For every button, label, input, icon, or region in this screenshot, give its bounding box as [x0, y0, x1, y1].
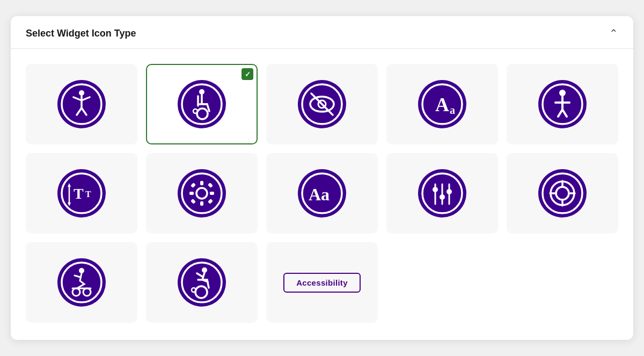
accessibility-person-icon	[57, 80, 106, 128]
lifebuoy-icon	[538, 169, 587, 217]
svg-text:T: T	[74, 185, 84, 202]
svg-text:A: A	[435, 94, 449, 115]
svg-point-53	[433, 187, 438, 192]
svg-point-37	[182, 173, 222, 213]
panel-title: Select Widget Icon Type	[26, 28, 136, 39]
svg-point-57	[447, 189, 452, 194]
eye-blocked-icon	[298, 80, 346, 128]
icon-card-wheelchair-motion[interactable]	[146, 242, 258, 323]
icon-card-font-size[interactable]: A a	[386, 64, 498, 144]
sliders-icon	[418, 169, 466, 217]
icon-card-lifebuoy[interactable]	[507, 153, 618, 234]
font-size-icon: A a	[418, 80, 466, 128]
text-resize-icon: T T	[57, 169, 106, 217]
svg-rect-42	[210, 192, 214, 195]
svg-rect-41	[189, 192, 194, 195]
collapse-chevron-icon[interactable]: ⌃	[609, 27, 618, 40]
icon-card-accessible-machine[interactable]	[26, 242, 137, 323]
panel-header: Select Widget Icon Type ⌃	[11, 16, 633, 49]
icon-card-font-aa[interactable]: Aa	[266, 153, 378, 234]
icon-card-person-standing[interactable]	[507, 64, 618, 144]
widget-icon-panel: Select Widget Icon Type ⌃	[11, 16, 633, 340]
svg-point-55	[440, 194, 445, 200]
svg-text:Aa: Aa	[309, 185, 330, 204]
icon-card-accessibility-text[interactable]: Accessibility	[266, 242, 378, 323]
accessibility-text-button[interactable]: Accessibility	[283, 273, 361, 293]
font-aa-icon: Aa	[298, 169, 346, 217]
icon-card-text-resize[interactable]: T T	[26, 153, 137, 234]
person-standing-icon	[538, 80, 587, 128]
icon-card-settings-gear[interactable]	[146, 153, 258, 234]
svg-point-73	[182, 263, 222, 302]
svg-point-68	[79, 268, 84, 273]
accessible-machine-icon	[57, 258, 106, 307]
svg-point-59	[543, 173, 582, 213]
icon-card-wheelchair[interactable]: ✓	[146, 64, 258, 144]
icon-card-eye-blocked[interactable]	[266, 64, 378, 144]
svg-rect-39	[200, 181, 203, 185]
icon-card-accessibility-person[interactable]	[26, 64, 137, 144]
svg-text:T: T	[85, 190, 91, 199]
svg-rect-40	[200, 201, 203, 206]
wheelchair-motion-icon	[178, 258, 226, 307]
selected-checkmark: ✓	[241, 68, 253, 80]
wheelchair-icon	[178, 80, 226, 128]
svg-text:a: a	[450, 104, 455, 116]
icon-card-sliders[interactable]	[386, 153, 498, 234]
settings-gear-icon	[178, 169, 226, 217]
icon-grid: ✓	[11, 49, 633, 323]
